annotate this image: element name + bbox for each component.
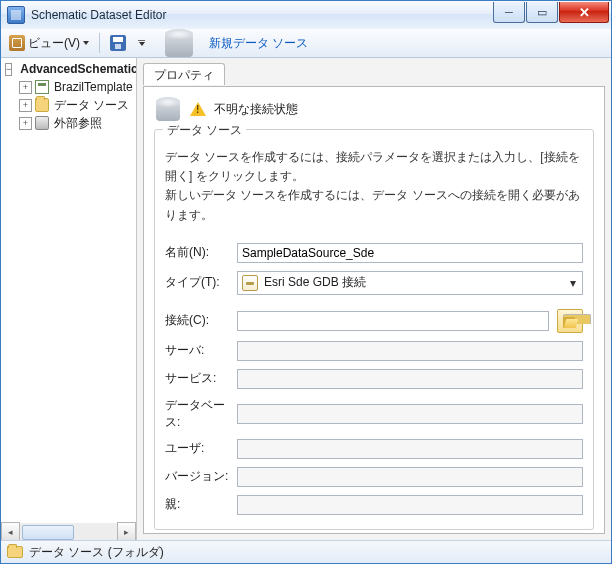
row-database: データベース: <box>165 397 583 431</box>
version-value <box>237 467 583 487</box>
right-panel: プロパティ 不明な接続状態 データ ソース データ ソースを作成するには、接続パ… <box>137 58 611 540</box>
scroll-track[interactable] <box>20 523 117 540</box>
tree-body: − AdvancedSchematic + BrazilTemplate + デ… <box>1 58 136 523</box>
tree-node-datasources[interactable]: + データ ソース <box>17 96 136 114</box>
tree-icon <box>9 35 25 51</box>
overflow-icon <box>138 40 145 46</box>
browse-connection-button[interactable] <box>557 309 583 333</box>
view-menu-button[interactable]: ビュー(V) <box>5 32 93 54</box>
titlebar: Schematic Dataset Editor ─ ▭ ✕ <box>1 1 611 29</box>
connection-label: 接続(C): <box>165 312 229 329</box>
row-name: 名前(N): <box>165 243 583 263</box>
hint-line-2: 新しいデータ ソースを作成するには、データ ソースへの接続を開く必要があります。 <box>165 186 583 224</box>
row-parent: 親: <box>165 495 583 515</box>
tree-node-label: BrazilTemplate <box>52 80 135 94</box>
row-type: タイプ(T): Esri Sde GDB 接続 ▾ <box>165 271 583 295</box>
chevron-down-icon <box>83 41 89 45</box>
view-menu-label: ビュー(V) <box>28 35 80 52</box>
user-label: ユーザ: <box>165 440 229 457</box>
connection-input[interactable] <box>237 311 549 331</box>
hint-line-1: データ ソースを作成するには、接続パラメータを選択または入力し、[接続を開く] … <box>165 148 583 186</box>
tree-root-label: AdvancedSchematic <box>18 62 136 76</box>
tab-strip: プロパティ <box>143 62 605 84</box>
app-icon <box>7 6 25 24</box>
tab-page-properties: 不明な接続状態 データ ソース データ ソースを作成するには、接続パラメータを選… <box>143 86 605 534</box>
expander-icon[interactable]: + <box>19 117 32 130</box>
toolbar: ビュー(V) 新規データ ソース <box>1 29 611 58</box>
close-button[interactable]: ✕ <box>559 2 609 23</box>
expander-icon[interactable]: + <box>19 81 32 94</box>
tree-node-external[interactable]: + 外部参照 <box>17 114 136 132</box>
parent-value <box>237 495 583 515</box>
database-label: データベース: <box>165 397 229 431</box>
warning-icon <box>190 102 206 116</box>
external-ref-icon <box>35 116 49 130</box>
connection-status-row: 不明な接続状態 <box>154 95 594 123</box>
tree-node-label: 外部参照 <box>52 115 104 132</box>
service-label: サービス: <box>165 370 229 387</box>
name-label: 名前(N): <box>165 244 229 261</box>
scroll-thumb[interactable] <box>22 525 74 540</box>
server-value <box>237 341 583 361</box>
server-label: サーバ: <box>165 342 229 359</box>
row-connection: 接続(C): <box>165 309 583 333</box>
status-bar-text: データ ソース (フォルダ) <box>29 544 164 561</box>
type-value: Esri Sde GDB 接続 <box>264 274 366 291</box>
parent-label: 親: <box>165 496 229 513</box>
folder-icon <box>35 98 49 112</box>
row-version: バージョン: <box>165 467 583 487</box>
minimize-button[interactable]: ─ <box>493 2 525 23</box>
row-user: ユーザ: <box>165 439 583 459</box>
expander-icon[interactable]: − <box>5 63 12 76</box>
window-title: Schematic Dataset Editor <box>31 8 492 22</box>
tree-node-template[interactable]: + BrazilTemplate <box>17 78 136 96</box>
maximize-button[interactable]: ▭ <box>526 2 558 23</box>
row-server: サーバ: <box>165 341 583 361</box>
tab-properties[interactable]: プロパティ <box>143 63 225 85</box>
scroll-left-button[interactable]: ◂ <box>1 522 20 541</box>
hint-text: データ ソースを作成するには、接続パラメータを選択または入力し、[接続を開く] … <box>165 148 583 225</box>
database-value <box>237 404 583 424</box>
tree-horizontal-scrollbar[interactable]: ◂ ▸ <box>1 523 136 540</box>
group-legend: データ ソース <box>163 122 246 139</box>
client-area: − AdvancedSchematic + BrazilTemplate + デ… <box>1 58 611 540</box>
save-icon <box>110 35 126 51</box>
service-value <box>237 369 583 389</box>
datasource-icon <box>163 27 195 59</box>
expander-icon[interactable]: + <box>19 99 32 112</box>
folder-icon <box>7 546 23 558</box>
datasource-icon <box>154 95 182 123</box>
tab-properties-label: プロパティ <box>154 68 214 82</box>
row-service: サービス: <box>165 369 583 389</box>
toolbar-separator <box>99 33 100 53</box>
save-button[interactable] <box>106 32 130 54</box>
type-combobox[interactable]: Esri Sde GDB 接続 ▾ <box>237 271 583 295</box>
version-label: バージョン: <box>165 468 229 485</box>
type-label: タイプ(T): <box>165 274 229 291</box>
new-datasource-link[interactable]: 新規データ ソース <box>209 35 308 52</box>
tree-node-label: データ ソース <box>52 97 131 114</box>
navigation-tree: − AdvancedSchematic + BrazilTemplate + デ… <box>1 58 137 540</box>
connection-status-text: 不明な接続状態 <box>214 101 298 118</box>
template-icon <box>35 80 49 94</box>
datasource-group: データ ソース データ ソースを作成するには、接続パラメータを選択または入力し、… <box>154 129 594 530</box>
toolbar-overflow-button[interactable] <box>134 32 149 54</box>
user-value <box>237 439 583 459</box>
esri-sde-icon <box>242 275 258 291</box>
folder-open-icon <box>562 313 578 329</box>
name-input[interactable] <box>237 243 583 263</box>
app-window: Schematic Dataset Editor ─ ▭ ✕ ビュー(V) 新規… <box>0 0 612 564</box>
window-controls: ─ ▭ ✕ <box>492 2 609 22</box>
scroll-right-button[interactable]: ▸ <box>117 522 136 541</box>
chevron-down-icon: ▾ <box>564 276 582 290</box>
status-bar: データ ソース (フォルダ) <box>1 540 611 563</box>
tree-root-node[interactable]: − AdvancedSchematic <box>3 60 136 78</box>
